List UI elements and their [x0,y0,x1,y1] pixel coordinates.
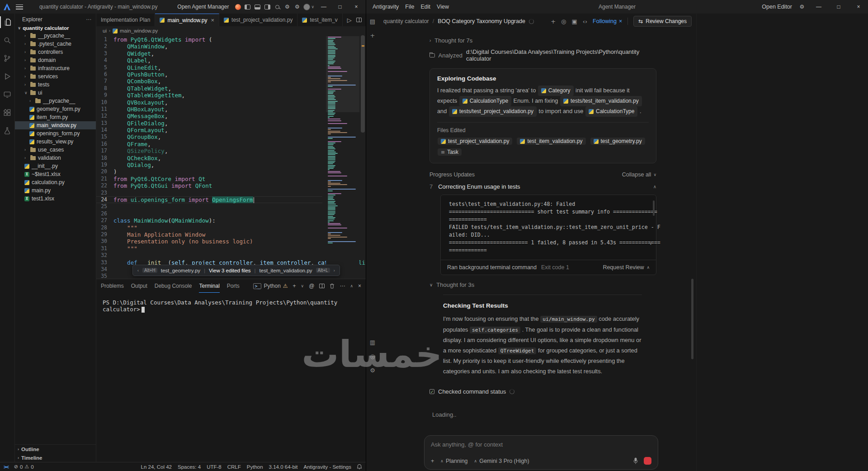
attach-context-icon[interactable]: @ [309,283,314,289]
panel-tab-Problems[interactable]: Problems [101,279,124,293]
docs-icon[interactable]: ▥ [370,339,375,346]
explorer-more-actions-icon[interactable]: ⋯ [86,16,91,23]
panel-tab-Ports[interactable]: Ports [227,279,240,293]
new-terminal-icon[interactable]: + [293,283,296,289]
tree-item-__pycache__[interactable]: ›__pycache__ [15,32,96,40]
tree-item-infrastructure[interactable]: ›infrastructure [15,64,96,72]
panel-tab-Terminal[interactable]: Terminal [199,279,219,293]
view-edited-files-button[interactable]: View 3 edited files [209,268,250,273]
browser-icon[interactable]: ◎ [370,353,375,360]
chevron-up-icon[interactable]: ∧ [653,184,656,189]
tree-item-test1.xlsx[interactable]: Xtest1.xlsx [15,195,96,203]
tree-item-ui[interactable]: ∨ui [15,89,96,97]
planning-selector[interactable]: ∧ Planning [440,458,467,464]
close-icon[interactable]: × [619,18,622,24]
add-context-icon[interactable]: + [431,458,434,464]
following-toggle[interactable]: Following × [593,18,622,24]
minimap[interactable] [326,36,359,279]
project-root-folder[interactable]: ∨ quantity calculator [15,24,96,32]
tree-item-.pytest_cache[interactable]: ›.pytest_cache [15,40,96,48]
agent-orb-icon[interactable] [235,4,241,10]
file-chip-test_geometry.py[interactable]: test_geometry.py [590,138,645,145]
layout-sidebar-icon[interactable] [244,4,251,10]
checked-command-status-row[interactable]: ✓ Checked command status [429,388,656,395]
code-ref-chip[interactable]: CalculationType [459,96,511,106]
task-chip[interactable]: ≡Task [438,148,462,156]
status-item[interactable]: 3.14.0 64-bit [269,464,298,470]
chat-input-card[interactable]: Ask anything, @ for context + ∧ Planning… [424,435,658,470]
feed-scrollbar[interactable] [691,279,693,359]
tab-test_item_v[interactable]: test_item_v [297,14,342,26]
tree-item-__pycache__[interactable]: ›__pycache__ [15,97,96,105]
model-selector[interactable]: ∧ Gemini 3 Pro (High) [474,458,529,464]
tree-item-results_view.py[interactable]: results_view.py [15,138,96,146]
analyzed-row[interactable]: Analyzed d:\Digital Courses\Data Analyse… [429,48,656,62]
tree-item-geometry_form.py[interactable]: geometry_form.py [15,105,96,113]
tree-item-__init__.py[interactable]: __init__.py [15,162,96,170]
view-menu[interactable]: View [437,4,449,10]
output-scrollbar[interactable] [653,200,655,216]
file-menu[interactable]: File [405,4,414,10]
review-changes-button[interactable]: ⇆ Review Changes [633,16,692,27]
code-ref-chip[interactable]: Category [538,86,574,96]
thought-expanded[interactable]: ∨ Thought for 3s [429,281,656,288]
menu-icon[interactable] [16,5,23,10]
close-button[interactable]: × [349,4,363,10]
prev-edited-file[interactable]: test_geometry.py [161,268,200,273]
chevron-down-icon[interactable]: ∨ [649,241,652,246]
maximize-button[interactable]: □ [333,4,347,10]
panel-tab-Output[interactable]: Output [131,279,147,293]
remote-indicator[interactable]: >< [4,464,9,470]
search-icon[interactable] [274,4,281,10]
tree-item-services[interactable]: ›services [15,72,96,81]
breadcrumb-project[interactable]: quantity calculator [383,18,429,24]
microphone-icon[interactable] [633,457,638,464]
tree-item-~$test1.xlsx[interactable]: X~$test1.xlsx [15,170,96,178]
profile-gear-icon[interactable]: ⚙ [293,4,301,10]
tab-Implementation Plan[interactable]: Implementation Plan [96,14,155,26]
panel-tab-Debug Console[interactable]: Debug Console [155,279,192,293]
thought-collapsed[interactable]: › Thought for 7s [429,37,656,44]
add-icon[interactable]: + [551,18,556,25]
file-chip-test_project_validation.py[interactable]: test_project_validation.py [438,138,512,145]
tree-item-item_form.py[interactable]: item_form.py [15,113,96,121]
tree-item-domain[interactable]: ›domain [15,56,96,64]
inbox-icon[interactable]: ▤ [370,18,375,25]
status-item[interactable]: Python [247,464,263,470]
code-icon[interactable]: ‹› [583,18,587,25]
panel-toggle-icon[interactable]: ▣ [571,18,577,25]
request-review-button[interactable]: Request Review ∧ [603,264,650,271]
panel-more-actions-icon[interactable]: ⋯ [340,283,345,289]
tree-item-openings_form.py[interactable]: openings_form.py [15,129,96,138]
tab-main_window.py[interactable]: main_window.py× [155,14,219,26]
remote-explorer-icon[interactable] [0,89,15,100]
editor-scrollbar[interactable] [360,35,366,279]
explorer-icon[interactable] [0,16,15,28]
tree-item-main.py[interactable]: main.py [15,186,96,195]
status-item[interactable]: Antigravity - Settings [304,464,351,470]
outline-section[interactable]: › Outline [15,445,96,453]
code-ref-chip[interactable]: tests/test_project_validation.py [449,106,537,117]
settings-gear-icon[interactable]: ⚙ [798,4,806,10]
new-conversation-icon[interactable]: + [370,32,375,39]
account-avatar[interactable]: ∨ [303,4,314,10]
status-item[interactable]: CRLF [227,464,241,470]
code-ref-chip[interactable]: CalculationType [585,106,637,117]
progress-step[interactable]: 7 Correcting Enum usage in tests ∧ [429,183,656,190]
code-ref-chip[interactable]: tests/test_item_validation.py [560,96,642,106]
testing-icon[interactable] [0,125,15,137]
extensions-icon[interactable] [0,107,15,119]
tab-test_project_validation.py[interactable]: test_project_validation.py [219,14,297,26]
breadcrumb-task[interactable]: BOQ Category Taxonomy Upgrade [438,18,525,24]
terminal-profile[interactable]: >_ Python ⚠ [253,283,288,289]
record-icon[interactable]: ◎ [561,18,566,25]
minimize-button[interactable]: — [317,4,330,10]
maximize-panel-icon[interactable]: ∧ [350,284,353,288]
tree-item-controllers[interactable]: ›controllers [15,48,96,56]
app-menu[interactable]: Antigravity [373,4,399,10]
edit-menu[interactable]: Edit [421,4,431,10]
breadcrumb-file[interactable]: main_window.py [120,28,158,33]
layout-secondary-sidebar-icon[interactable] [264,4,271,10]
terminal-dropdown-icon[interactable]: ∨ [301,284,304,288]
settings-gear-icon[interactable]: ⚙ [283,4,291,10]
